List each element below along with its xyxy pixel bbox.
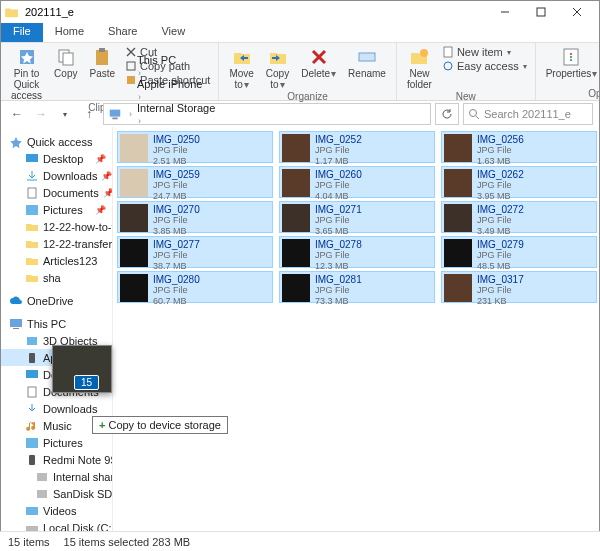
pin-icon: 📌 bbox=[101, 171, 112, 181]
sidebar-this-pc[interactable]: This PC bbox=[1, 315, 112, 332]
file-item[interactable]: IMG_0278JPG File12.3 MB bbox=[279, 236, 435, 268]
minimize-button[interactable] bbox=[487, 1, 523, 23]
file-item[interactable]: IMG_0281JPG File73.3 MB bbox=[279, 271, 435, 303]
new-item-button[interactable]: New item▾ bbox=[442, 45, 527, 59]
ribbon: Pin to Quick access Copy Paste Cut Copy … bbox=[1, 43, 599, 101]
tab-share[interactable]: Share bbox=[96, 23, 149, 42]
folder-icon bbox=[25, 255, 39, 267]
file-item[interactable]: IMG_0250JPG File2.51 MB bbox=[117, 131, 273, 163]
chevron-right-icon: › bbox=[135, 116, 144, 126]
sidebar-desktop[interactable]: Desktop📌 bbox=[1, 150, 112, 167]
pin-icon: 📌 bbox=[103, 188, 113, 198]
sidebar-item[interactable]: Downloads bbox=[1, 400, 112, 417]
svg-rect-32 bbox=[10, 319, 22, 327]
properties-button[interactable]: Properties▾ bbox=[540, 45, 600, 87]
delete-button[interactable]: Delete▾ bbox=[295, 45, 342, 90]
sidebar-quick-access[interactable]: Quick access bbox=[1, 133, 112, 150]
chevron-right-icon: › bbox=[135, 68, 144, 78]
tab-home[interactable]: Home bbox=[43, 23, 96, 42]
device-icon bbox=[25, 454, 39, 466]
svg-rect-6 bbox=[63, 53, 73, 65]
sidebar-folder[interactable]: Articles123 bbox=[1, 252, 112, 269]
file-item[interactable]: IMG_0252JPG File1.17 MB bbox=[279, 131, 435, 163]
sidebar-item[interactable]: Pictures bbox=[1, 434, 112, 451]
sidebar-item[interactable]: SanDisk SD card bbox=[1, 485, 112, 502]
sidebar-documents[interactable]: Documents📌 bbox=[1, 184, 112, 201]
breadcrumb[interactable]: Internal Storage bbox=[135, 102, 217, 114]
pin-icon: 📌 bbox=[95, 154, 106, 164]
sidebar-pictures[interactable]: Pictures📌 bbox=[1, 201, 112, 218]
svg-rect-10 bbox=[127, 76, 135, 84]
refresh-button[interactable] bbox=[435, 103, 459, 125]
sidebar-item[interactable]: Local Disk (C:) bbox=[1, 519, 112, 531]
address-row: ← → ▾ ↑ › This PC›Apple iPhone›Internal … bbox=[1, 101, 599, 127]
file-item[interactable]: IMG_0260JPG File4.04 MB bbox=[279, 166, 435, 198]
paste-button[interactable]: Paste bbox=[83, 45, 121, 101]
file-item[interactable]: IMG_0280JPG File60.7 MB bbox=[117, 271, 273, 303]
easy-access-button[interactable]: Easy access▾ bbox=[442, 59, 527, 73]
file-item[interactable]: IMG_0262JPG File3.95 MB bbox=[441, 166, 597, 198]
forward-button[interactable]: → bbox=[31, 104, 51, 124]
file-item[interactable]: IMG_0272JPG File3.49 MB bbox=[441, 201, 597, 233]
file-item[interactable]: IMG_0271JPG File3.65 MB bbox=[279, 201, 435, 233]
ribbon-group-new: New folder New item▾ Easy access▾ New bbox=[397, 43, 536, 100]
sidebar-folder[interactable]: sha bbox=[1, 269, 112, 286]
address-bar[interactable]: › This PC›Apple iPhone›Internal Storage›… bbox=[103, 103, 431, 125]
svg-rect-25 bbox=[112, 118, 117, 120]
sidebar-folder[interactable]: 12-22-how-to-transfer- bbox=[1, 218, 112, 235]
file-item[interactable]: IMG_0279JPG File48.5 MB bbox=[441, 236, 597, 268]
recent-dropdown[interactable]: ▾ bbox=[55, 104, 75, 124]
sidebar-item[interactable]: Internal shared storage bbox=[1, 468, 112, 485]
rename-button[interactable]: Rename bbox=[342, 45, 392, 90]
up-button[interactable]: ↑ bbox=[79, 104, 99, 124]
tab-file[interactable]: File bbox=[1, 23, 43, 42]
file-item[interactable]: IMG_0277JPG File38.7 MB bbox=[117, 236, 273, 268]
sidebar-item[interactable]: Redmi Note 9S bbox=[1, 451, 112, 468]
downloads-icon bbox=[25, 170, 39, 182]
svg-rect-24 bbox=[110, 110, 121, 117]
file-type: JPG File bbox=[315, 250, 362, 261]
file-item[interactable]: IMG_0270JPG File3.85 MB bbox=[117, 201, 273, 233]
svg-rect-31 bbox=[26, 205, 38, 215]
file-item[interactable]: IMG_0317JPG File231 KB bbox=[441, 271, 597, 303]
sidebar-onedrive[interactable]: OneDrive bbox=[1, 292, 112, 309]
thumbnail bbox=[282, 134, 310, 162]
documents-icon bbox=[25, 187, 39, 199]
pin-quick-access-button[interactable]: Pin to Quick access bbox=[5, 45, 48, 101]
file-item[interactable]: IMG_0256JPG File1.63 MB bbox=[441, 131, 597, 163]
tab-view[interactable]: View bbox=[149, 23, 197, 42]
breadcrumb[interactable]: This PC bbox=[135, 54, 217, 66]
file-name: IMG_0270 bbox=[153, 204, 200, 215]
file-type: JPG File bbox=[153, 180, 200, 191]
device-icon bbox=[25, 386, 39, 398]
back-button[interactable]: ← bbox=[7, 104, 27, 124]
file-item[interactable]: IMG_0259JPG File24.7 MB bbox=[117, 166, 273, 198]
thumbnail bbox=[120, 134, 148, 162]
device-icon bbox=[25, 522, 39, 532]
search-icon bbox=[468, 108, 480, 120]
content-pane[interactable]: IMG_0250JPG File2.51 MBIMG_0252JPG File1… bbox=[113, 127, 599, 531]
copy-to-button[interactable]: Copy to▾ bbox=[260, 45, 295, 90]
search-input[interactable]: Search 202111_e bbox=[463, 103, 593, 125]
new-folder-button[interactable]: New folder bbox=[401, 45, 438, 90]
folder-icon bbox=[25, 272, 39, 284]
status-items: 15 items bbox=[8, 536, 50, 548]
sidebar-downloads[interactable]: Downloads📌 bbox=[1, 167, 112, 184]
device-icon bbox=[25, 352, 39, 364]
maximize-button[interactable] bbox=[523, 1, 559, 23]
file-type: JPG File bbox=[477, 250, 524, 261]
file-type: JPG File bbox=[315, 145, 362, 156]
close-button[interactable] bbox=[559, 1, 595, 23]
file-name: IMG_0252 bbox=[315, 134, 362, 145]
breadcrumb[interactable]: Apple iPhone bbox=[135, 78, 217, 90]
svg-rect-33 bbox=[13, 328, 19, 329]
svg-rect-7 bbox=[96, 50, 108, 65]
svg-point-14 bbox=[444, 62, 452, 70]
thumbnail bbox=[282, 204, 310, 232]
copy-button[interactable]: Copy bbox=[48, 45, 83, 101]
move-to-button[interactable]: Move to▾ bbox=[223, 45, 259, 90]
svg-rect-36 bbox=[26, 370, 38, 378]
sidebar-folder[interactable]: 12-22-transfer-photos- bbox=[1, 235, 112, 252]
sidebar-item[interactable]: Videos bbox=[1, 502, 112, 519]
thumbnail bbox=[120, 169, 148, 197]
